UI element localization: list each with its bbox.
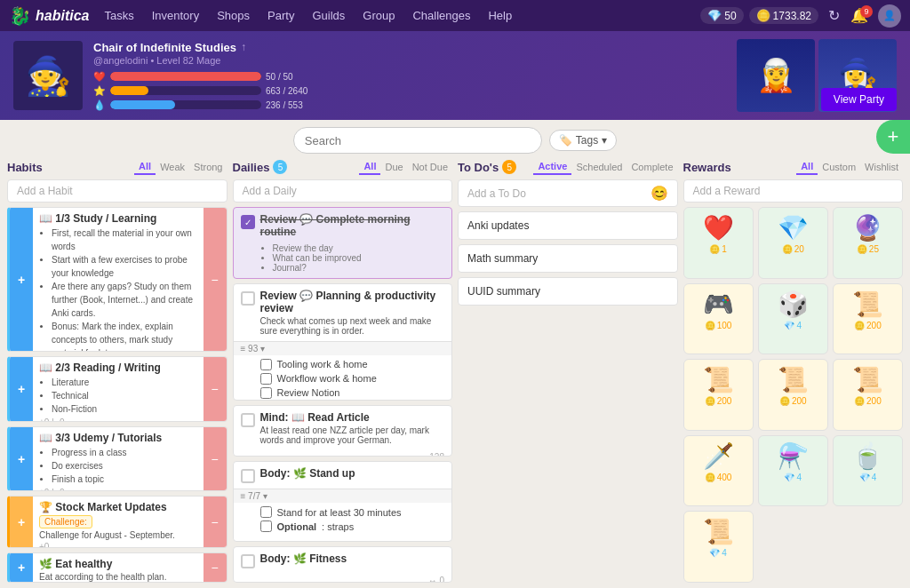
habit-minus-button[interactable]: −: [204, 357, 227, 421]
habit-plus-button[interactable]: +: [10, 553, 33, 582]
daily-card: Review 💬 Planning & productivity review …: [233, 283, 453, 401]
tab-todos-scheduled[interactable]: Scheduled: [571, 160, 627, 174]
daily-subtask: Workflow work & home: [260, 373, 445, 385]
habit-body: Challenge for August - September.: [39, 530, 197, 540]
nav-challenges[interactable]: Challenges: [404, 5, 478, 26]
reward-card[interactable]: 🎮 🪙 100: [683, 283, 754, 355]
reward-card[interactable]: 🎲 💎 4: [758, 283, 828, 355]
tab-todos-complete[interactable]: Complete: [627, 160, 677, 174]
dailies-header: Dailies 5 All Due Not Due: [233, 159, 453, 175]
xp-icon: 💧: [93, 99, 106, 111]
profile-subtitle: @angelodini • Level 82 Mage: [93, 55, 717, 66]
nav-guilds[interactable]: Guilds: [304, 5, 353, 26]
reward-card[interactable]: ⚗️ 💎 4: [758, 435, 828, 507]
tab-rewards-all[interactable]: All: [796, 159, 818, 175]
daily-subtask: Tooling work & home: [260, 359, 445, 370]
daily-checkbox[interactable]: ✓: [241, 215, 255, 229]
nav-inventory[interactable]: Inventory: [144, 5, 207, 26]
subtask-checkbox[interactable]: [260, 520, 272, 532]
habit-plus-button[interactable]: +: [10, 208, 33, 351]
reward-card[interactable]: 📜 🪙 200: [833, 283, 903, 355]
habit-minus-button[interactable]: −: [204, 427, 227, 491]
reward-card[interactable]: 🔮 🪙 25: [833, 207, 903, 279]
view-party-button[interactable]: View Party: [821, 88, 897, 111]
nav-group[interactable]: Group: [355, 5, 403, 26]
reward-card[interactable]: 💎 🪙 20: [758, 207, 828, 279]
dailies-column: Dailies 5 All Due Not Due Add a Daily ✓ …: [233, 159, 453, 583]
todo-item[interactable]: Math summary: [458, 244, 678, 273]
tab-habits-all[interactable]: All: [134, 159, 156, 175]
nav-tasks[interactable]: Tasks: [96, 5, 141, 26]
habit-title: 📖 2/3 Reading / Writing: [39, 362, 197, 374]
reward-card[interactable]: 📜 🪙 200: [758, 359, 828, 431]
todos-badge: 5: [502, 160, 516, 174]
todo-item[interactable]: UUID summary: [458, 277, 678, 306]
daily-checkbox[interactable]: [241, 291, 255, 306]
mp-label: 663 / 2640: [266, 86, 307, 96]
subtask-checkbox[interactable]: [260, 387, 272, 399]
tab-dailies-notdue[interactable]: Not Due: [408, 160, 452, 174]
tags-button[interactable]: 🏷️ Tags ▾: [549, 130, 617, 151]
reward-card[interactable]: 🍵 💎 4: [833, 435, 903, 507]
gold-stat: 🪙 1733.82: [749, 7, 818, 24]
nav-shops[interactable]: Shops: [209, 5, 258, 26]
search-input[interactable]: [293, 127, 542, 154]
habit-title: 🏆 Stock Market Updates: [39, 501, 197, 513]
habit-plus-button[interactable]: +: [10, 427, 33, 491]
subtask-checkbox[interactable]: [260, 506, 272, 518]
habit-plus-button[interactable]: +: [10, 357, 33, 421]
subtask-checkbox[interactable]: [260, 359, 272, 370]
daily-expand[interactable]: ≡ 93 ▾: [234, 341, 452, 355]
rewards-header: Rewards All Custom Wishlist: [683, 159, 904, 175]
habits-column: Habits All Weak Strong Add a Habit + 📖 1…: [7, 159, 228, 583]
habits-header: Habits All Weak Strong: [7, 159, 228, 175]
reward-card[interactable]: ❤️ 🪙 1: [683, 207, 754, 279]
habit-card: + 📖 2/3 Reading / Writing LiteratureTech…: [7, 356, 228, 422]
nav-party[interactable]: Party: [259, 5, 302, 26]
add-todo-bar[interactable]: Add a To Do 😊: [458, 179, 678, 207]
reward-card[interactable]: 📜 🪙 200: [683, 359, 754, 431]
tab-dailies-due[interactable]: Due: [380, 160, 407, 174]
daily-subtask: Stand for at least 30 minutes: [260, 506, 445, 518]
habit-minus-button[interactable]: −: [204, 208, 227, 351]
add-daily-bar[interactable]: Add a Daily: [233, 179, 453, 203]
tab-rewards-custom[interactable]: Custom: [818, 160, 860, 174]
habit-minus-button[interactable]: −: [204, 497, 227, 547]
reward-card[interactable]: 📜 💎 4: [683, 511, 754, 583]
reward-card[interactable]: 📜 🪙 200: [833, 359, 903, 431]
tab-habits-weak[interactable]: Weak: [156, 160, 189, 174]
tab-todos-active[interactable]: Active: [533, 159, 571, 175]
reward-card[interactable]: 🗡️ 🪙 400: [683, 435, 754, 507]
daily-card: ✓ Review 💬 Complete morning routine Revi…: [233, 207, 453, 279]
refresh-button[interactable]: ↻: [824, 7, 844, 24]
gold-icon: 🪙: [756, 9, 770, 22]
daily-subtasks: Tooling work & home Workflow work & home…: [234, 355, 452, 401]
daily-checkbox[interactable]: [241, 469, 255, 483]
habit-plus-button[interactable]: +: [10, 497, 33, 547]
hp-bar-fill: [110, 72, 261, 81]
hp-label: 50 / 50: [266, 72, 293, 82]
daily-checkbox[interactable]: [241, 554, 255, 568]
habit-card-challenge: + 🏆 Stock Market Updates Challenge: Chal…: [7, 496, 228, 548]
mp-bar-fill: [110, 86, 148, 95]
nav-help[interactable]: Help: [480, 5, 520, 26]
tab-rewards-wishlist[interactable]: Wishlist: [860, 160, 903, 174]
daily-title: Body: 🌿 Fitness: [260, 552, 347, 565]
habit-minus-button[interactable]: −: [204, 553, 227, 582]
logo: 🐉 habitica: [9, 5, 89, 27]
daily-checkbox[interactable]: [241, 413, 255, 427]
add-float-button[interactable]: +: [876, 120, 910, 154]
title-arrow-icon: ↑: [241, 41, 246, 53]
notification-button[interactable]: 🔔 9: [846, 7, 873, 24]
todo-item[interactable]: Anki updates: [458, 211, 678, 240]
habit-body: Progress in a classDo exercisesFinish a …: [39, 446, 197, 486]
user-avatar[interactable]: 👤: [878, 4, 901, 28]
tab-dailies-all[interactable]: All: [359, 159, 380, 175]
daily-card: Body: 🌿 Stand up ≡ 7/7 ▾ Stand for at le…: [233, 461, 453, 541]
tab-habits-strong[interactable]: Strong: [189, 160, 227, 174]
daily-expand[interactable]: ≡ 7/7 ▾: [234, 489, 452, 503]
add-reward-bar[interactable]: Add a Reward: [683, 179, 904, 203]
add-habit-bar[interactable]: Add a Habit: [7, 179, 228, 203]
daily-title: Review 💬 Planning & productivity review: [260, 290, 445, 314]
subtask-checkbox[interactable]: [260, 373, 272, 385]
